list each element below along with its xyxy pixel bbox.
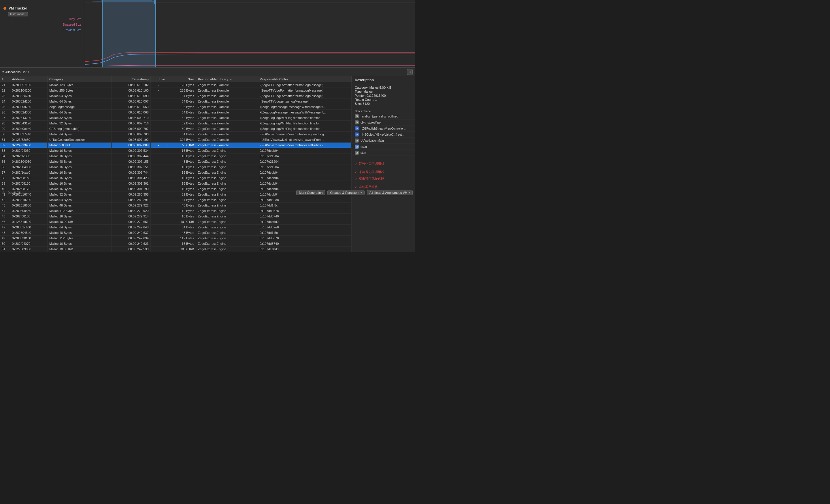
table-row[interactable]: 320x124913400Malloc 5.00 KiB00:08.607,00…	[0, 142, 352, 148]
table-cell: Malloc 16 Bytes	[47, 175, 111, 181]
table-cell: 16 Bytes	[167, 148, 196, 154]
table-cell	[151, 132, 167, 137]
table-cell: 27	[0, 115, 10, 121]
table-cell	[151, 203, 167, 208]
table-row[interactable]: 360x282304090Malloc 16 Bytes00:09.307,15…	[0, 164, 352, 170]
table-cell: 0x280e0ee40	[10, 126, 47, 132]
table-cell: 0x280909760	[10, 104, 47, 110]
table-row[interactable]: 250x280909760ZegoLogMessage00:08.610,069…	[0, 104, 352, 110]
table-cell: 0x107dca6d0	[258, 219, 351, 225]
col-timestamp[interactable]: Timestamp	[111, 76, 151, 82]
table-cell: Malloc 10.00 KiB	[47, 219, 111, 225]
table-row[interactable]: 240x28382d180Malloc 64 Bytes00:08.610,09…	[0, 99, 352, 104]
table-cell: ZegoLogMessage	[47, 104, 111, 110]
stack-item[interactable]: ⊡start	[352, 150, 415, 156]
table-row[interactable]: 220x281104200Malloc 256 Bytes00:08.610,1…	[0, 88, 352, 93]
table-cell: +[ZegoLog logWithFlag:file:function:line…	[258, 126, 351, 132]
stack-item[interactable]: ⊡UIApplicationMain	[352, 138, 415, 144]
col-caller[interactable]: Responsible Caller	[258, 76, 351, 82]
table-cell: 0x124913400	[10, 142, 47, 148]
table-row[interactable]: 290x280e0ee40CFString (immutable)00:08.6…	[0, 126, 352, 132]
table-cell: Malloc 32 Bytes	[47, 115, 111, 121]
table-cell	[151, 175, 167, 181]
table-cell: 0x282f1c360	[10, 154, 47, 159]
stack-item[interactable]: ⊡main	[352, 144, 415, 150]
table-cell: 0x107dd3740	[258, 241, 351, 246]
table-row[interactable]: 330x282f04030Malloc 16 Bytes00:09.307,53…	[0, 148, 352, 154]
stack-item[interactable]: ⊡_malloc_type_calloc_outlined	[352, 113, 415, 120]
col-address[interactable]: Address	[10, 76, 47, 82]
table-row[interactable]: 300x283827e40Malloc 64 Bytes00:08.609,70…	[0, 132, 352, 137]
table-cell: Malloc 16 Bytes	[47, 148, 111, 154]
table-row[interactable]: 280x282d431e0Malloc 32 Bytes00:08.609,71…	[0, 121, 352, 126]
table-cell: 35	[0, 159, 10, 164]
table-cell: Malloc 16 Bytes	[47, 154, 111, 159]
table-cell: 00:09.301,301	[111, 181, 151, 186]
table-cell: ZegoExpressEngine	[196, 181, 258, 186]
col-live[interactable]: Live	[151, 76, 167, 82]
vm-chart	[85, 4, 415, 67]
table-row[interactable]: 270x282d43200Malloc 32 Bytes00:08.609,71…	[0, 115, 352, 121]
stack-item[interactable]: ⊡-[ZGPublishStreamViewController s...	[352, 126, 415, 132]
table-cell: 16 Bytes	[167, 241, 196, 246]
table-cell: 0x107dcdb04	[258, 170, 351, 175]
table-cell: 0x107dd0d78	[258, 236, 351, 241]
table-cell: 0x28382d380	[10, 110, 47, 115]
unsymbolized-annotation: ↙ 未符号化的调用栈	[352, 169, 415, 175]
stack-item[interactable]: ⊡objc_storeWeak	[352, 120, 415, 126]
table-row[interactable]: 260x28382d380Malloc 64 Bytes00:08.610,06…	[0, 110, 352, 115]
table-cell: UITapGestureRecognizer	[47, 137, 111, 142]
table-row[interactable]: 440x2806085b0Malloc 112 Bytes00:09.279,9…	[0, 208, 352, 214]
table-row[interactable]: 490x2806301c0Malloc 112 Bytes00:09.242,6…	[0, 236, 352, 241]
stack-item[interactable]: ⊡-[NSObject(NSKeyValueC...) set...	[352, 132, 415, 138]
timeline-tracks: 00:00.000 00:30.577 01:00.000 01:30.000 …	[85, 0, 415, 67]
table-cell: 32	[0, 142, 10, 148]
table-row[interactable]: 500x282f04070Malloc 16 Bytes00:09.242,62…	[0, 241, 352, 246]
table-cell: 80 Bytes	[167, 126, 196, 132]
table-row[interactable]: 310x123f62c60UITapGestureRecognizer00:08…	[0, 137, 352, 142]
col-library[interactable]: Responsible Library ▼	[196, 76, 258, 82]
table-row[interactable]: 370x282f1cae0Malloc 16 Bytes00:09.306,74…	[0, 170, 352, 175]
table-cell: 00:09.242,530	[111, 246, 151, 252]
table-cell: ZegoExpressExample	[196, 142, 258, 148]
table-row[interactable]: 230x28382c780Malloc 64 Bytes00:08.610,09…	[0, 93, 352, 99]
created-persistent-button[interactable]: Created & Persistent ▾	[327, 190, 364, 195]
stack-item-text: -[NSObject(NSKeyValueC...) set...	[360, 133, 404, 136]
table-cell: ZegoExpressExample	[196, 104, 258, 110]
vm-instrument-badge[interactable]: Instrument ↕	[8, 12, 28, 16]
table-row[interactable]: 390x282f08130Malloc 16 Bytes00:09.301,30…	[0, 181, 352, 186]
table-cell: ZegoExpressExample	[196, 110, 258, 115]
table-row[interactable]: 480x2823045a0Malloc 48 Bytes00:09.242,63…	[0, 230, 352, 236]
table-cell: Malloc 64 Bytes	[47, 132, 111, 137]
table-row[interactable]: 460x12581d600Malloc 10.00 KiB00:09.279,6…	[0, 219, 352, 225]
list-dropdown-icon[interactable]: ▾	[28, 70, 29, 74]
stack-item-text: _malloc_type_calloc_outlined	[360, 115, 398, 118]
list-config-button[interactable]: ⊟	[407, 69, 413, 75]
col-size[interactable]: Size	[167, 76, 196, 82]
table-row[interactable]: 430x282318600Malloc 48 Bytes00:09.279,92…	[0, 203, 352, 208]
table-row[interactable]: 510x127809800Malloc 10.00 KiB00:09.242,5…	[0, 246, 352, 252]
table-row[interactable]: 450x282f08180Malloc 16 Bytes00:09.279,91…	[0, 214, 352, 219]
detail-filter-label: Detail Filter	[7, 191, 24, 194]
table-row[interactable]: 210x280357180Malloc 128 Bytes00:08.610,1…	[0, 82, 352, 88]
table-cell: 47	[0, 225, 10, 230]
table-row[interactable]: 470x28381c400Malloc 64 Bytes00:09.242,64…	[0, 225, 352, 230]
heap-filter-button[interactable]: All Heap & Anonymous VM ▾	[367, 190, 413, 195]
data-and-desc: # Address Category Timestamp Live Size R…	[0, 76, 415, 252]
table-cell: 21	[0, 82, 10, 88]
col-category[interactable]: Category	[47, 76, 111, 82]
table-container[interactable]: # Address Category Timestamp Live Size R…	[0, 76, 352, 252]
stack-item-icon: ⊡	[355, 121, 359, 125]
table-row[interactable]: 350x282304030Malloc 48 Bytes00:09.307,15…	[0, 159, 352, 164]
created-persistent-chevron: ▾	[360, 191, 362, 194]
table-cell: 00:08.609,700	[111, 132, 151, 137]
table-cell	[151, 99, 167, 104]
table-cell: 0x282f08180	[10, 214, 47, 219]
swapped-label: Swapped Size	[3, 22, 81, 27]
table-row[interactable]: 420x283818200Malloc 64 Bytes00:09.280,29…	[0, 197, 352, 203]
table-row[interactable]: 380x282f081b0Malloc 16 Bytes00:09.301,42…	[0, 175, 352, 181]
table-cell: ZegoExpressEngine	[196, 208, 258, 214]
table-row[interactable]: 340x282f1c360Malloc 16 Bytes00:09.307,44…	[0, 154, 352, 159]
double-click-annotation: ↗ 双击可以跳转代码	[352, 175, 415, 182]
mark-generation-button[interactable]: Mark Generation	[296, 190, 325, 195]
